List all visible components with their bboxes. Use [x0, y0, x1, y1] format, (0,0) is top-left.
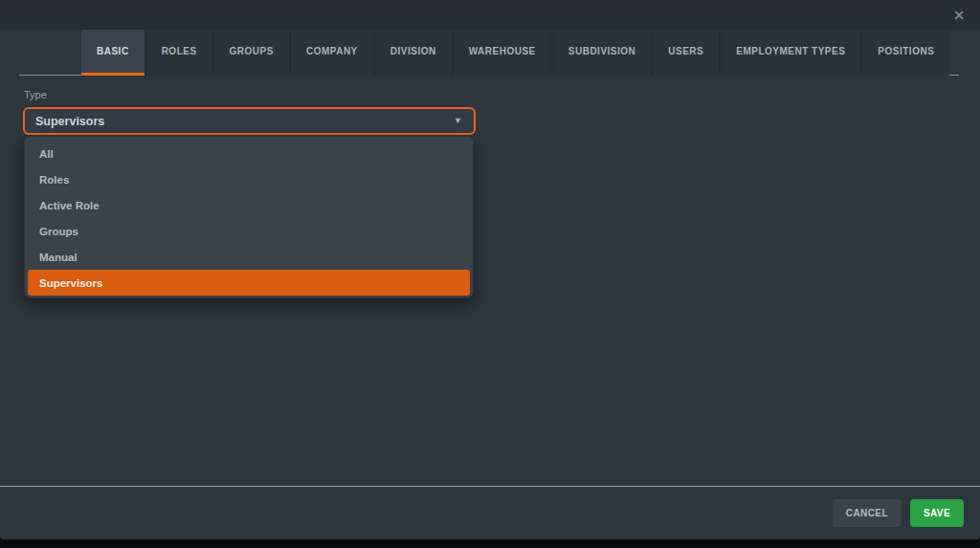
chevron-down-icon: ▼ — [454, 117, 462, 125]
tab-subdivision[interactable]: SUBDIVISION — [553, 30, 652, 76]
option-manual[interactable]: Manual — [28, 244, 470, 270]
tab-bar: BASIC ROLES GROUPS COMPANY DIVISION WARE… — [0, 30, 980, 76]
option-groups[interactable]: Groups — [28, 218, 470, 244]
tab-users[interactable]: USERS — [653, 30, 719, 76]
tab-company[interactable]: COMPANY — [291, 30, 373, 76]
type-select[interactable]: Supervisors ▼ — [23, 107, 476, 135]
tab-roles[interactable]: ROLES — [146, 30, 212, 76]
close-icon[interactable]: ✕ — [948, 5, 969, 26]
option-active-role[interactable]: Active Role — [28, 192, 470, 218]
type-select-value: Supervisors — [35, 115, 454, 128]
dialog-header: ✕ — [0, 0, 980, 30]
dialog-footer: CANCEL SAVE — [0, 487, 980, 539]
tab-basic[interactable]: BASIC — [81, 30, 145, 76]
type-dropdown-menu: All Roles Active Role Groups Manual Supe… — [24, 136, 474, 298]
tab-division[interactable]: DIVISION — [375, 30, 452, 76]
tab-warehouse[interactable]: WAREHOUSE — [454, 30, 551, 76]
tabs-container: BASIC ROLES GROUPS COMPANY DIVISION WARE… — [81, 30, 949, 76]
tab-groups[interactable]: GROUPS — [214, 30, 289, 76]
type-field-label: Type — [24, 89, 47, 100]
save-button[interactable]: SAVE — [910, 499, 964, 527]
option-supervisors[interactable]: Supervisors — [28, 270, 470, 296]
edit-dialog: ✕ BASIC ROLES GROUPS COMPANY DIVISION WA… — [0, 0, 980, 539]
tab-positions[interactable]: POSITIONS — [862, 30, 949, 76]
cancel-button[interactable]: CANCEL — [833, 499, 902, 527]
tab-employment-types[interactable]: EMPLOYMENT TYPES — [721, 30, 860, 76]
option-roles[interactable]: Roles — [28, 166, 470, 192]
option-all[interactable]: All — [28, 141, 470, 166]
